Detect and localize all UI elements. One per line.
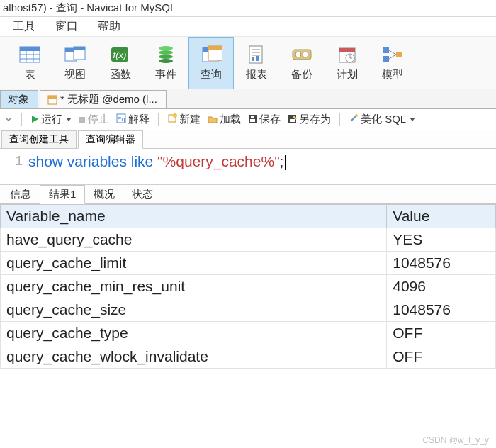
table-row[interactable]: query_cache_limit1048576	[1, 252, 496, 275]
model-icon	[381, 44, 405, 65]
table-row[interactable]: have_query_cacheYES	[1, 228, 496, 252]
cell-val: 1048576	[387, 252, 496, 275]
tool-model-label: 模型	[382, 68, 403, 82]
tool-event[interactable]: 事件	[143, 37, 188, 89]
tool-model[interactable]: 模型	[370, 37, 415, 89]
svg-point-53	[355, 114, 358, 117]
new-button[interactable]: 新建	[167, 113, 201, 126]
dropdown-icon	[410, 118, 415, 121]
explain-icon: Eq	[116, 113, 126, 125]
sql-editor[interactable]: 1 show variables like "%query_cache%";	[0, 149, 496, 180]
object-tabs: 对象 * 无标题 @demo (l...	[0, 89, 496, 109]
tab-result1[interactable]: 结果1	[40, 185, 85, 204]
menu-tools[interactable]: 工具	[13, 19, 35, 34]
svg-rect-9	[74, 47, 85, 50]
main-toolbar: 表 视图 f(x) 函数 事件 查询 报表 备份	[0, 37, 496, 89]
tab-objects[interactable]: 对象	[0, 90, 38, 108]
query-icon	[199, 44, 223, 65]
svg-point-46	[173, 113, 177, 118]
svg-rect-40	[48, 96, 57, 99]
window-title: alhost57) - 查询 - Navicat for MySQL	[0, 0, 496, 17]
table-row[interactable]: query_cache_typeOFF	[1, 322, 496, 345]
tool-report-label: 报表	[246, 68, 267, 82]
svg-rect-49	[251, 116, 254, 118]
explain-button[interactable]: Eq 解释	[116, 113, 150, 126]
save-as-label: 另存为	[299, 113, 331, 126]
tab-profile[interactable]: 概况	[85, 186, 123, 203]
stop-button[interactable]: 停止	[79, 113, 109, 126]
cell-val: 1048576	[387, 298, 496, 322]
tab-query-builder[interactable]: 查询创建工具	[1, 130, 77, 148]
tab-status[interactable]: 状态	[123, 186, 162, 203]
cell-val: OFF	[387, 345, 496, 369]
save-icon	[248, 113, 257, 125]
svg-rect-19	[208, 46, 222, 50]
plan-icon	[335, 44, 359, 65]
beautify-button[interactable]: 美化 SQL	[349, 113, 415, 126]
result-tabs: 信息 结果1 概况 状态	[0, 184, 496, 204]
table-row[interactable]: query_cache_min_res_unit4096	[1, 275, 496, 298]
tab-query-editor[interactable]: 查询编辑器	[78, 130, 143, 149]
table-header-row: Variable_name Value	[1, 205, 496, 228]
save-as-button[interactable]: 另存为	[288, 113, 331, 126]
tab-untitled-query[interactable]: * 无标题 @demo (l...	[40, 90, 167, 108]
new-icon	[167, 113, 177, 125]
tool-plan[interactable]: 计划	[325, 37, 370, 89]
menu-help[interactable]: 帮助	[98, 19, 120, 34]
watermark: CSDN @w_t_y_y	[422, 435, 489, 445]
result-table: Variable_name Value have_query_cacheYES …	[0, 204, 496, 369]
table-icon	[18, 44, 42, 65]
save-label: 保存	[259, 113, 281, 126]
svg-point-14	[159, 50, 173, 55]
tab-untitled-label: * 无标题 @demo (l...	[60, 93, 157, 106]
wand-icon	[349, 113, 359, 125]
tool-backup[interactable]: 备份	[279, 37, 325, 89]
separator	[339, 113, 340, 126]
menu-window[interactable]: 窗口	[55, 19, 78, 34]
svg-rect-35	[383, 56, 389, 62]
view-icon	[63, 44, 87, 65]
query-small-icon	[47, 95, 57, 105]
action-toolbar: 运行 停止 Eq 解释 新建 加载 保存 另存为 美化 SQL	[0, 109, 496, 130]
tool-backup-label: 备份	[291, 68, 312, 82]
table-row[interactable]: query_cache_size1048576	[1, 298, 496, 322]
load-button[interactable]: 加载	[208, 113, 241, 126]
dropdown-icon	[66, 118, 72, 121]
svg-point-13	[159, 55, 173, 59]
text-cursor	[285, 155, 286, 170]
svg-text:Eq: Eq	[117, 116, 125, 123]
tool-function[interactable]: f(x) 函数	[98, 37, 143, 89]
tab-info[interactable]: 信息	[1, 186, 40, 203]
sql-code: show variables like "%query_cache%";	[28, 153, 286, 170]
tool-query[interactable]: 查询	[188, 37, 234, 89]
folder-icon	[208, 113, 218, 125]
col-variable-name[interactable]: Variable_name	[1, 205, 387, 228]
cell-var: query_cache_min_res_unit	[1, 275, 387, 298]
save-as-icon	[288, 113, 297, 125]
explain-label: 解释	[128, 113, 150, 126]
tool-table[interactable]: 表	[7, 37, 52, 89]
save-button[interactable]: 保存	[248, 113, 281, 126]
cell-var: query_cache_size	[1, 298, 387, 322]
function-icon: f(x)	[108, 44, 133, 65]
sql-string: "%query_cache%"	[157, 153, 280, 169]
svg-rect-30	[339, 48, 355, 52]
svg-rect-34	[383, 47, 389, 53]
col-value[interactable]: Value	[387, 205, 496, 228]
tool-report[interactable]: 报表	[234, 37, 279, 89]
chevron-down-icon[interactable]	[4, 113, 13, 125]
tool-table-label: 表	[25, 68, 35, 82]
separator	[158, 113, 159, 126]
load-label: 加载	[220, 113, 241, 126]
menu-bar: 工具 窗口 帮助	[0, 17, 496, 37]
new-label: 新建	[179, 113, 201, 126]
table-row[interactable]: query_cache_wlock_invalidateOFF	[1, 345, 496, 369]
sql-tail: ;	[280, 153, 284, 169]
tool-plan-label: 计划	[337, 68, 358, 82]
tab-objects-label: 对象	[8, 93, 29, 106]
run-button[interactable]: 运行	[30, 113, 72, 126]
cell-val: YES	[387, 228, 496, 252]
editor-tabs: 查询创建工具 查询编辑器	[0, 130, 496, 149]
cell-val: 4096	[387, 275, 496, 298]
tool-view[interactable]: 视图	[52, 37, 98, 89]
